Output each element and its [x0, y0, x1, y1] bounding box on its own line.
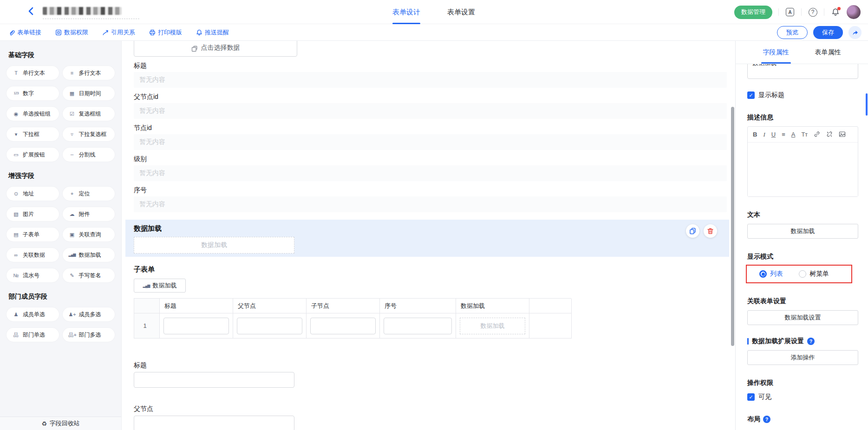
add-operation-button[interactable]: 添加操作 — [747, 350, 858, 365]
panel-scrollbar-thumb[interactable] — [866, 93, 868, 116]
sidebar-field-item[interactable]: 品+部门多选 — [63, 328, 115, 342]
field-recycle-bin[interactable]: ♻ 字段回收站 — [0, 417, 121, 430]
tab-form-settings[interactable]: 表单设置 — [447, 0, 475, 24]
tab-field-properties[interactable]: 字段属性 — [763, 41, 789, 64]
tab-form-properties[interactable]: 表单属性 — [815, 41, 841, 64]
sidebar-field-item[interactable]: ≡多行文本 — [63, 66, 115, 80]
selected-field-data-load[interactable]: 数据加载 数据加载 — [125, 220, 729, 257]
field-widget-node-id[interactable]: 暂无内容 — [134, 134, 727, 150]
unlink-button[interactable] — [826, 131, 833, 138]
sidebar-field-item[interactable]: ▂▄▆数据加载 — [63, 248, 115, 262]
preview-button[interactable]: 预览 — [777, 26, 808, 39]
share-button[interactable] — [848, 26, 861, 39]
save-button[interactable]: 保存 — [813, 26, 843, 39]
field-label: 标题 — [134, 61, 735, 70]
sidebar-field-item[interactable]: ▿下拉复选框 — [63, 127, 115, 141]
cell-input-child-node[interactable] — [310, 318, 376, 334]
help-question-icon[interactable]: ? — [763, 416, 770, 423]
radio-label: 列表 — [770, 270, 783, 278]
field-widget-level[interactable]: 暂无内容 — [134, 165, 727, 181]
visible-checkbox[interactable]: 可见 — [747, 393, 858, 401]
font-size-button[interactable]: Tᴛ — [801, 131, 808, 137]
field-widget-title[interactable]: 暂无内容 — [134, 72, 727, 88]
location-icon: ⌖ — [69, 191, 76, 196]
notification-bell-icon[interactable] — [830, 7, 841, 17]
sidebar-field-item[interactable]: ☁附件 — [63, 207, 115, 221]
canvas-scrollbar-thumb[interactable] — [731, 107, 734, 346]
reference-relation-button[interactable]: 引用关系 — [102, 28, 135, 37]
sidebar-field-item[interactable]: ♟成员单选 — [7, 307, 59, 321]
sidebar-field-item[interactable]: №流水号 — [7, 268, 59, 282]
form-title-redacted[interactable] — [43, 5, 139, 19]
radio-selected-icon[interactable] — [759, 270, 767, 278]
sidebar-field-item[interactable]: 123数字 — [7, 86, 59, 100]
radio-option-list[interactable]: 列表 — [759, 270, 783, 278]
sidebar-field-item[interactable]: ♟+成员多选 — [63, 307, 115, 321]
push-reminder-button[interactable]: 推送提醒 — [196, 28, 229, 37]
sidebar-field-item[interactable]: 品部门单选 — [7, 328, 59, 342]
sidebar-field-item[interactable]: ▧图片 — [7, 207, 59, 221]
bold-button[interactable]: B — [753, 131, 757, 137]
sidebar-field-item[interactable]: ◉单选按钮组 — [7, 107, 59, 121]
sidebar-field-item[interactable]: ⊙地址 — [7, 187, 59, 201]
data-load-placeholder-button[interactable]: 数据加载 — [134, 237, 294, 254]
description-textarea[interactable] — [748, 143, 858, 196]
field-label: 序号 — [134, 186, 735, 194]
sidebar-field-item[interactable]: ⌖定位 — [63, 187, 115, 201]
sidebar-field-item[interactable]: ☑复选框组 — [63, 107, 115, 121]
show-title-checkbox[interactable]: 显示标题 — [747, 91, 858, 99]
insert-image-button[interactable] — [839, 131, 846, 138]
field-input-parent-node[interactable] — [134, 416, 294, 430]
data-manage-button[interactable]: 数据管理 — [734, 6, 772, 19]
align-button[interactable]: ≡ — [782, 131, 785, 137]
form-toolbar: 表单链接 数据权限 引用关系 打印模版 推送提醒 预览 保存 — [0, 24, 868, 41]
row-index-cell: 1 — [134, 313, 160, 339]
subform-label: 子表单 — [134, 265, 735, 274]
back-icon[interactable] — [27, 7, 36, 16]
user-avatar[interactable] — [847, 5, 861, 19]
field-widget-serial[interactable]: 暂无内容 — [134, 196, 727, 212]
checkbox-checked-icon[interactable] — [747, 393, 755, 401]
italic-button[interactable]: I — [763, 131, 765, 137]
field-input-title[interactable] — [134, 372, 294, 388]
link-button[interactable] — [814, 131, 820, 138]
radio-unselected-icon[interactable] — [799, 270, 806, 278]
help-question-icon[interactable]: ? — [807, 338, 815, 345]
form-title-edit-underline — [43, 19, 139, 19]
underline-button[interactable]: U — [771, 131, 776, 137]
data-load-settings-button[interactable]: 数据加载设置 — [747, 310, 858, 325]
tab-form-design[interactable]: 表单设计 — [392, 0, 420, 24]
help-icon[interactable]: ? — [808, 7, 818, 17]
delete-field-button[interactable] — [704, 224, 717, 238]
field-title-input[interactable]: 数据加载 — [747, 64, 858, 79]
sidebar-field-item[interactable]: ∞关联数据 — [7, 248, 59, 262]
font-color-button[interactable]: A — [791, 131, 796, 137]
column-header-empty — [529, 299, 572, 313]
copy-field-button[interactable] — [686, 224, 699, 238]
sidebar-field-item[interactable]: ┄分割线 — [63, 148, 115, 162]
text-value-box[interactable]: 数据加载 — [747, 224, 858, 239]
cell-input-parent-node[interactable] — [237, 318, 302, 334]
sidebar-field-item[interactable]: ▤子表单 — [7, 228, 59, 241]
subform-data-load-button[interactable]: ▂▄▆ 数据加载 — [134, 279, 186, 293]
select-data-button[interactable]: 点击选择数据 — [134, 41, 297, 57]
cell-data-load-button[interactable]: 数据加载 — [460, 318, 525, 334]
sidebar-field-item[interactable]: ✎手写签名 — [63, 268, 115, 282]
cell-input-title[interactable] — [163, 318, 229, 334]
sidebar-field-item[interactable]: T单行文本 — [7, 66, 59, 80]
layout-section-label: 布局 ? — [747, 415, 858, 423]
checkbox-checked-icon[interactable] — [747, 91, 755, 99]
data-permission-button[interactable]: 数据权限 — [55, 28, 88, 37]
print-template-button[interactable]: 打印模版 — [149, 28, 182, 37]
radio-option-tree-menu[interactable]: 树菜单 — [799, 270, 829, 278]
sidebar-field-item[interactable]: ▭扩展按钮 — [7, 148, 59, 162]
cell-input-serial[interactable] — [384, 318, 452, 334]
form-title-pixelated — [43, 7, 122, 15]
form-link-button[interactable]: 表单链接 — [8, 28, 41, 37]
sidebar-field-item[interactable]: ▣关联查询 — [63, 228, 115, 241]
manual-book-icon[interactable]: A — [785, 7, 795, 17]
sidebar-field-item[interactable]: ▾下拉框 — [7, 127, 59, 141]
field-widget-parent-node-id[interactable]: 暂无内容 — [134, 103, 727, 119]
sidebar-field-item[interactable]: ▦日期时间 — [63, 86, 115, 100]
field-item-label: 多行文本 — [79, 69, 101, 77]
